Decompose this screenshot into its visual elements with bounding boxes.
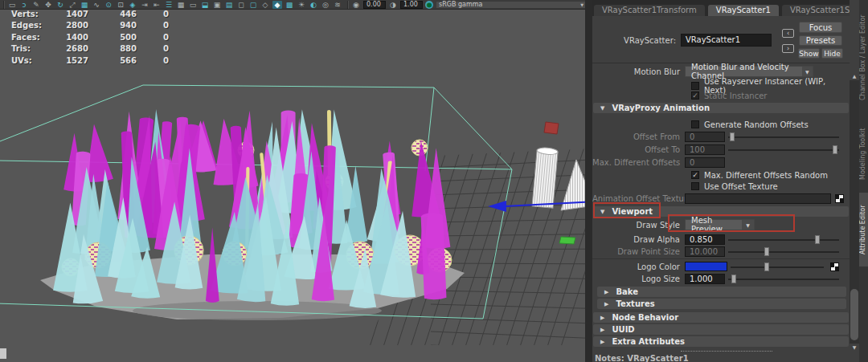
shadows-icon[interactable]: ◐ [309, 1, 318, 9]
animation-offset-texture-row: Animation Offset Texture [592, 193, 850, 204]
motion-blur-display-icon[interactable]: ≋ [333, 1, 342, 9]
max-offsets-random-checkbox[interactable]: ✓ [691, 171, 699, 179]
scatter-cylinder [420, 213, 446, 300]
node-name-field[interactable]: VRayScatter1 [681, 34, 772, 47]
offset-to-row: Offset To 100 [592, 144, 850, 155]
dock-tab-modeling-toolkit[interactable]: Modeling Toolkit [859, 119, 868, 189]
input-connections-icon[interactable]: ⇥ [140, 1, 149, 9]
move-tool-icon[interactable]: ✥ [43, 1, 53, 9]
safe-title-icon[interactable]: ▢ [248, 1, 258, 9]
offset-from-row: Offset From 0 [592, 131, 850, 142]
select-tool-icon[interactable]: ▭ [7, 1, 17, 9]
section-node-behavior[interactable]: ▶Node Behavior [593, 312, 849, 323]
snap-curve-icon[interactable]: ∿ [92, 1, 101, 9]
section-textures[interactable]: ▶Textures [597, 299, 846, 309]
make-live-icon[interactable]: ◈ [128, 1, 137, 9]
hud-row: Tris: 2680 880 0 [11, 44, 172, 53]
draw-style-value: Mesh Preview [691, 216, 742, 234]
tab-VRayScatter1[interactable]: VRayScatter1 [708, 5, 779, 16]
textured-mode-icon[interactable]: ▩ [285, 1, 294, 9]
section-label: VRayProxy Animation [612, 104, 710, 112]
gamma-field[interactable]: 1.00 [400, 1, 423, 9]
hud-row: Edges: 2800 940 0 [11, 21, 172, 30]
panel-scrollbar[interactable]: ▲ ▼ [850, 0, 859, 362]
construction-history-icon[interactable]: ☰ [164, 1, 174, 9]
logo-size-field[interactable]: 1.000 [685, 274, 725, 284]
tab-VRayScatter1Shape[interactable]: VRayScatter1Shape [782, 5, 850, 16]
exposure-icon[interactable]: ◉ [351, 1, 361, 9]
viewport-3d[interactable]: Verts: 1407 446 0 Edges: 2800 940 0 Face… [0, 10, 585, 362]
tear-off-copy-icon[interactable]: › [782, 44, 794, 53]
scroll-down-icon[interactable]: ▼ [850, 344, 859, 352]
wireframe-mode-icon[interactable]: ◇ [260, 1, 270, 9]
dock-tab-channel-box-layer-editor[interactable]: Channel Box / Layer Editor [859, 2, 868, 114]
use-all-lights-icon[interactable]: ☀ [297, 1, 306, 9]
scrollbar-thumb[interactable] [850, 289, 858, 340]
animation-offset-texture-field[interactable] [685, 193, 831, 204]
max-offsets-random-label: Max. Different Offsets Random [704, 171, 828, 180]
offset-from-field[interactable]: 0 [685, 132, 725, 142]
ambient-occlusion-icon[interactable]: ◎ [321, 1, 330, 9]
scroll-up-icon[interactable]: ▲ [850, 72, 859, 80]
generate-random-offsets-checkbox[interactable] [691, 120, 699, 128]
focus-button[interactable]: Focus [799, 22, 842, 33]
exposure-field[interactable]: 0.00 [363, 1, 386, 9]
draw-alpha-field[interactable]: 0.850 [685, 234, 725, 245]
draw-point-size-field[interactable]: 10.000 [685, 246, 725, 257]
output-connections-icon[interactable]: ⇤ [152, 1, 162, 9]
show-button[interactable]: Show [798, 48, 820, 59]
logo-size-slider[interactable] [728, 274, 839, 284]
paint-select-icon[interactable]: ✎ [31, 1, 41, 9]
view-transform-dropdown[interactable]: sRGB gamma ▼ [436, 1, 585, 9]
safe-action-icon[interactable]: ◻ [236, 1, 246, 9]
rotate-tool-icon[interactable]: ↻ [55, 1, 65, 9]
draw-point-size-slider[interactable] [728, 246, 839, 257]
motion-blur-row: Motion Blur Motion Blur and Velocity Cha… [592, 66, 850, 77]
copy-tab-icon[interactable]: ‹ [782, 29, 794, 38]
presets-button[interactable]: Presets [799, 35, 842, 46]
color-texture-map-icon[interactable] [830, 262, 839, 271]
hud-value: 2680 [53, 44, 88, 53]
offset-to-field[interactable]: 100 [685, 144, 725, 155]
hud-label: UVs: [11, 56, 53, 65]
snap-point-icon[interactable]: ⊙ [104, 1, 113, 9]
hud-value: 446 [88, 10, 137, 18]
hide-button[interactable]: Hide [821, 48, 843, 59]
grid-display-icon[interactable]: ▦ [176, 1, 186, 9]
attribute-editor-panel: VRayScatter1TransformVRayScatter1VRaySca… [592, 0, 850, 362]
snap-projected-center-icon[interactable]: ⊡ [116, 1, 125, 9]
field-chart-icon[interactable]: ▤ [224, 1, 234, 9]
section-extra-attributes[interactable]: ▶Extra Attributes [593, 336, 849, 347]
gamma-icon[interactable]: ◑ [388, 1, 398, 9]
motion-blur-dropdown[interactable]: Motion Blur and Velocity Channel ▼ [685, 66, 813, 77]
offset-to-slider[interactable] [728, 144, 839, 155]
plane-shadow [133, 301, 382, 320]
scale-tool-icon[interactable]: ⤢ [68, 1, 77, 9]
lasso-tool-icon[interactable]: ɔ [19, 1, 29, 9]
tab-VRayScatter1Transform[interactable]: VRayScatter1Transform [594, 5, 705, 16]
offset-from-slider[interactable] [728, 132, 839, 142]
logo-color-slider[interactable] [731, 262, 824, 272]
section-label: Bake [616, 287, 638, 296]
snap-grid-icon[interactable]: ▦ [80, 1, 89, 9]
draw-style-dropdown[interactable]: Mesh Preview ▼ [685, 219, 755, 230]
film-gate-icon[interactable]: ▭ [188, 1, 198, 9]
gen-offsets-checkbox-row: Generate Random Offsets [592, 119, 850, 130]
section-vrayproxy-animation[interactable]: ▼ VRayProxy Animation [593, 103, 849, 113]
texture-map-icon[interactable] [835, 194, 844, 203]
section-uuid[interactable]: ▶UUID [593, 324, 849, 335]
attribute-editor-tabbar: VRayScatter1TransformVRayScatter1VRaySca… [592, 0, 850, 16]
source-cylinder[interactable] [532, 150, 558, 208]
shaded-mode-icon[interactable]: ◆ [272, 1, 282, 9]
static-instancer-checkbox[interactable]: ✓ [691, 92, 699, 100]
draw-alpha-slider[interactable] [728, 234, 839, 245]
max-offsets-field[interactable]: 0 [685, 157, 725, 168]
panel-divider[interactable] [585, 0, 592, 362]
gate-mask-icon[interactable]: ▣ [212, 1, 222, 9]
logo-color-swatch[interactable] [685, 262, 727, 271]
dock-tab-attribute-editor[interactable]: Attribute Editor [859, 193, 868, 266]
rayserver-checkbox[interactable] [691, 82, 699, 90]
use-offset-texture-checkbox[interactable] [691, 182, 699, 190]
resolution-gate-icon[interactable]: ⬓ [200, 1, 210, 9]
section-bake[interactable]: ▶Bake [597, 287, 846, 297]
